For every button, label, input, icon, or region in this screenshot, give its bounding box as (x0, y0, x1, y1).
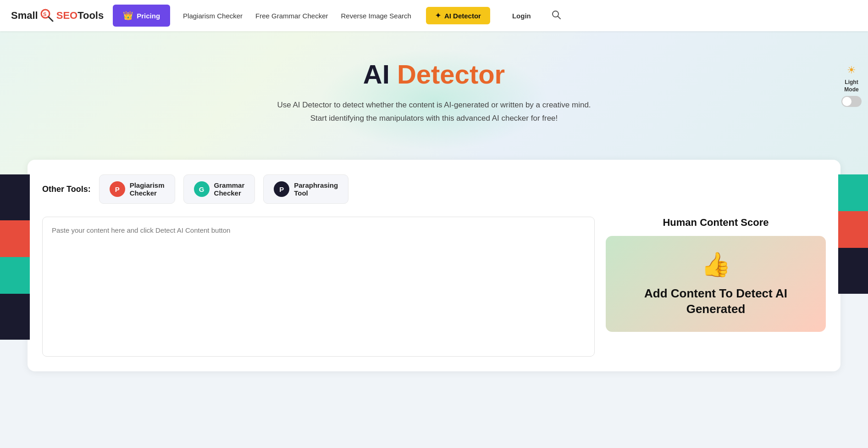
thumbs-up-icon: 👍 (701, 251, 731, 279)
logo-tools: Tools (77, 10, 104, 22)
tools-card: Other Tools: P Plagiarism Checker G Gram… (28, 160, 840, 371)
light-mode-label: LightMode (844, 79, 858, 93)
logo-small: Small (11, 10, 38, 22)
pricing-button[interactable]: 👑 Pricing (113, 5, 170, 27)
left-decoration (0, 174, 30, 340)
navbar: Small S SEO Tools 👑 Pricing Plagiarism C… (0, 0, 868, 31)
grammar-icon: G (194, 181, 210, 197)
crown-icon: 👑 (123, 11, 133, 21)
score-card: 👍 Add Content To Detect AI Generated (606, 236, 826, 332)
logo-icon: S (39, 7, 55, 24)
sun-icon: ☀ (847, 64, 856, 76)
other-tools-row: Other Tools: P Plagiarism Checker G Gram… (42, 174, 826, 204)
tool-chip-grammar[interactable]: G Grammar Checker (183, 174, 255, 204)
logo-seo: SEO (56, 10, 77, 22)
nav-link-grammar[interactable]: Free Grammar Checker (255, 12, 328, 20)
hero-description: Use AI Detector to detect whether the co… (269, 99, 599, 125)
light-mode-switch[interactable] (841, 96, 862, 107)
plagiarism-icon: P (110, 181, 125, 197)
ai-detector-label: AI Detector (444, 12, 481, 20)
content-row: Human Content Score 👍 Add Content To Det… (42, 217, 826, 371)
paraphrasing-icon: P (274, 181, 289, 197)
logo[interactable]: Small S SEO Tools (11, 7, 104, 24)
svg-line-4 (558, 16, 560, 19)
right-decoration (838, 174, 868, 340)
plagiarism-chip-label: Plagiarism Checker (130, 181, 165, 197)
content-textarea[interactable] (52, 226, 585, 347)
content-textarea-wrapper[interactable] (42, 217, 595, 357)
search-icon[interactable] (551, 10, 561, 22)
nav-link-reverse-image[interactable]: Reverse Image Search (341, 12, 411, 20)
hero-title: AI Detector (9, 59, 859, 90)
tool-chip-plagiarism[interactable]: P Plagiarism Checker (99, 174, 175, 204)
score-card-title: Add Content To Detect AI Generated (615, 286, 817, 317)
login-button[interactable]: Login (512, 12, 531, 20)
tool-chip-paraphrasing[interactable]: P Paraphrasing Tool (263, 174, 348, 204)
svg-line-1 (49, 17, 53, 21)
ai-detector-button[interactable]: ✦ AI Detector (426, 7, 490, 24)
hero-title-orange: Detector (397, 59, 505, 89)
svg-text:S: S (43, 11, 46, 17)
main-content: Other Tools: P Plagiarism Checker G Gram… (0, 160, 868, 399)
paraphrasing-chip-label: Paraphrasing Tool (294, 181, 338, 197)
nav-links: Plagiarism Checker Free Grammar Checker … (183, 7, 857, 24)
nav-link-plagiarism[interactable]: Plagiarism Checker (183, 12, 243, 20)
light-mode-toggle[interactable]: ☀ LightMode (841, 64, 862, 107)
score-title: Human Content Score (606, 217, 826, 229)
score-panel: Human Content Score 👍 Add Content To Det… (606, 217, 826, 357)
other-tools-label: Other Tools: (42, 185, 91, 194)
sparkle-icon: ✦ (435, 11, 441, 20)
hero-section: AI Detector Use AI Detector to detect wh… (0, 31, 868, 178)
hero-title-black: AI (363, 59, 390, 89)
grammar-chip-label: Grammar Checker (214, 181, 245, 197)
pricing-label: Pricing (137, 12, 160, 20)
